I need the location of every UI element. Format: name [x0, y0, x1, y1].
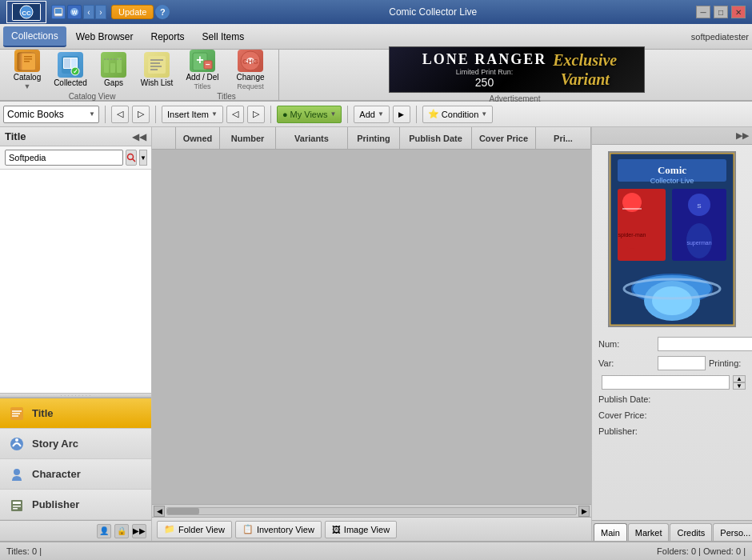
svg-point-43: [14, 469, 20, 475]
horizontal-scrollbar[interactable]: ◀ ▶: [152, 504, 591, 517]
request-sublabel: Request: [237, 83, 264, 90]
update-button[interactable]: Update: [111, 5, 154, 19]
right-panel-expand-button[interactable]: ▶▶: [736, 130, 749, 141]
insert-arrow-icon: ▼: [211, 110, 218, 118]
menu-sell-items[interactable]: Sell Items: [194, 26, 253, 47]
change-label: Change: [236, 74, 264, 82]
svg-text:✓: ✓: [73, 68, 78, 75]
collected-button[interactable]: ✓ Collected: [50, 49, 91, 90]
spin-up-button[interactable]: ▲: [733, 375, 746, 382]
nav-back-forward: ‹ ›: [83, 5, 106, 19]
titlebar-icon1[interactable]: [51, 5, 66, 19]
ad-section-label: Advertisement: [490, 94, 541, 103]
ad-banner: LONE RANGER Limited Print Run: 250 Exclu…: [389, 46, 645, 93]
left-panel-footer: 👤 🔒 ▶▶: [0, 520, 151, 541]
num-field-row: Num:: [598, 337, 746, 351]
menu-collections[interactable]: Collections: [3, 26, 66, 47]
scroll-right-button[interactable]: ▶: [578, 506, 590, 517]
svg-rect-4: [55, 9, 62, 14]
svg-point-42: [15, 438, 18, 442]
col-price[interactable]: Pri...: [536, 127, 591, 149]
gaps-button[interactable]: Gaps: [93, 49, 134, 90]
collection-type-dropdown[interactable]: Comic Books ▼: [3, 106, 99, 123]
col-owned[interactable]: Owned: [176, 127, 220, 149]
footer-expand-icon[interactable]: ▶▶: [132, 524, 146, 538]
footer-lock-icon[interactable]: 🔒: [114, 524, 129, 538]
nav-item-story-arc[interactable]: Story Arc: [0, 429, 151, 459]
scroll-left-button[interactable]: ◀: [154, 506, 165, 517]
search-button[interactable]: [126, 150, 137, 166]
insert-item-button[interactable]: Insert Item ▼: [162, 106, 223, 123]
separator4: [347, 106, 348, 123]
footer-user-icon[interactable]: 👤: [97, 524, 111, 538]
menu-reports[interactable]: Reports: [143, 26, 193, 47]
search-input[interactable]: [5, 150, 123, 166]
menu-web-browser[interactable]: Web Browser: [68, 26, 142, 47]
svg-rect-47: [13, 508, 18, 510]
svg-text:Comic: Comic: [658, 164, 686, 176]
back-btn[interactable]: ◁: [111, 106, 129, 123]
tab-main[interactable]: Main: [594, 523, 627, 541]
titles-sublabel: Titles: [194, 83, 210, 90]
col-printing[interactable]: Printing: [348, 127, 400, 149]
spin-down-button[interactable]: ▼: [733, 382, 746, 390]
my-views-button[interactable]: ● My Views ▼: [277, 106, 342, 123]
title-nav-icon: [8, 405, 26, 422]
catalog-buttons-row: Catalog ▼ ✓ Collected: [6, 49, 178, 90]
right-panel: ▶▶ Comic Collector Live spider-man S: [592, 127, 752, 541]
restore-button[interactable]: □: [714, 6, 728, 18]
image-icon: 🖼: [332, 525, 341, 534]
nav-item-publisher[interactable]: Publisher: [0, 490, 151, 520]
svg-text:S: S: [697, 202, 701, 210]
nav-item-title[interactable]: Title: [0, 398, 151, 429]
svg-rect-22: [117, 58, 122, 73]
title-list: [0, 170, 151, 393]
help-button[interactable]: ?: [155, 5, 170, 19]
add-del-button[interactable]: + − Add / Del Titles: [179, 49, 226, 90]
scroll-thumb[interactable]: [167, 508, 199, 514]
tab-credits[interactable]: Credits: [670, 523, 712, 541]
printing-input[interactable]: [602, 375, 730, 390]
publisher-row: Publisher:: [598, 426, 746, 438]
nav-back[interactable]: ‹: [83, 5, 94, 19]
folder-view-tab[interactable]: 📁 Folder View: [157, 521, 232, 538]
nav-forward[interactable]: ›: [95, 5, 106, 19]
close-button[interactable]: ✕: [731, 6, 746, 18]
num-input[interactable]: [658, 337, 752, 351]
ad-section: LONE RANGER Limited Print Run: 250 Exclu…: [284, 46, 746, 103]
catalog-button[interactable]: Catalog ▼: [6, 49, 48, 90]
tab-market[interactable]: Market: [628, 523, 670, 541]
nav-prev-btn[interactable]: ◁: [226, 106, 244, 123]
app-title: Comic Collector Live: [170, 6, 696, 18]
minimize-button[interactable]: ─: [696, 6, 710, 18]
condition-button[interactable]: ⭐ Condition ▼: [422, 106, 493, 123]
svg-line-36: [133, 159, 136, 162]
search-dropdown-button[interactable]: ▼: [139, 150, 147, 166]
tab-perso[interactable]: Perso...: [713, 523, 752, 541]
wish-list-button[interactable]: Wish List: [136, 49, 178, 90]
wishlist-icon: [144, 52, 170, 78]
nav-title-label: Title: [32, 407, 54, 419]
svg-rect-17: [71, 58, 77, 68]
image-view-tab[interactable]: 🖼 Image View: [325, 521, 397, 538]
var-input[interactable]: [658, 356, 706, 370]
nav-next-btn[interactable]: ▷: [247, 106, 265, 123]
col-cover-price[interactable]: Cover Price: [472, 127, 536, 149]
col-publish-date[interactable]: Publish Date: [400, 127, 472, 149]
inventory-view-tab[interactable]: 📋 Inventory View: [235, 521, 322, 538]
separator1: [105, 106, 106, 123]
add-button[interactable]: Add ▼: [354, 106, 390, 123]
var-printing-row: Var: Printing:: [598, 356, 746, 370]
col-variants[interactable]: Variants: [276, 127, 348, 149]
titlebar-icon2[interactable]: W: [67, 5, 82, 19]
change-request-button[interactable]: CHG Change Request: [227, 49, 274, 90]
printing-label: Printing:: [709, 358, 750, 368]
nav-item-character[interactable]: Character: [0, 459, 151, 490]
col-number[interactable]: Number: [220, 127, 276, 149]
add-sub-btn[interactable]: ▶: [393, 106, 410, 123]
views-arrow-icon: ▼: [330, 110, 336, 118]
panel-collapse-button[interactable]: ◀◀: [132, 131, 146, 142]
scroll-track[interactable]: [166, 507, 577, 515]
svg-text:superman: superman: [686, 240, 711, 246]
forward-btn[interactable]: ▷: [132, 106, 150, 123]
